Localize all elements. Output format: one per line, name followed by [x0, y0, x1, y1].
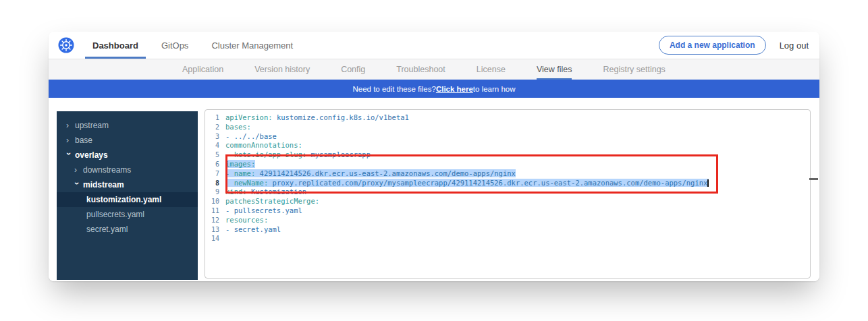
- page: DashboardGitOpsCluster Management Add a …: [0, 0, 868, 321]
- tree-folder-overlays[interactable]: ›overlays: [57, 148, 198, 163]
- yaml-text: [225, 150, 234, 158]
- line-content: kots.io/app-slug: mysampleecrapp: [225, 150, 810, 160]
- line-number: 4: [205, 141, 225, 150]
- code-line-7[interactable]: 7- name: 429114214526.dkr.ecr.us-east-2.…: [205, 169, 810, 179]
- line-number: 11: [205, 206, 225, 216]
- app-tab-license[interactable]: License: [477, 59, 506, 80]
- code-line-1[interactable]: 1apiVersion: kustomize.config.k8s.io/v1b…: [205, 113, 810, 123]
- tree-item-label: base: [75, 136, 92, 145]
- app-tab-config[interactable]: Config: [341, 59, 365, 80]
- code-line-13[interactable]: 13- secret.yaml: [205, 225, 810, 235]
- app-tab-version-history[interactable]: Version history: [254, 59, 310, 80]
- app-tab-application[interactable]: Application: [182, 59, 223, 80]
- tree-item-label: downstreams: [83, 165, 131, 175]
- line-number: 12: [205, 216, 225, 225]
- tree-folder-downstreams[interactable]: ›downstreams: [57, 163, 198, 177]
- code-line-11[interactable]: 11- pullsecrets.yaml: [205, 206, 810, 216]
- yaml-value: proxy.replicated.com/proxy/mysampleecrap…: [273, 179, 708, 187]
- scrollbar-thumb[interactable]: [809, 178, 818, 180]
- banner-text-prefix: Need to edit these files?: [352, 85, 435, 93]
- top-navbar: DashboardGitOpsCluster Management Add a …: [49, 32, 819, 59]
- yaml-value: - ../../base: [225, 132, 277, 140]
- nav-tab-cluster-management[interactable]: Cluster Management: [200, 32, 304, 59]
- line-number: 13: [205, 225, 225, 235]
- nav-tab-gitops[interactable]: GitOps: [150, 32, 200, 59]
- app-tab-registry-settings[interactable]: Registry settings: [603, 59, 665, 80]
- tree-folder-upstream[interactable]: ›upstream: [57, 118, 198, 133]
- tree-item-label: secret.yaml: [86, 225, 128, 234]
- code-line-9[interactable]: 9kind: Kustomization: [205, 187, 810, 197]
- kubernetes-logo: [49, 32, 81, 59]
- chevron-down-icon: ›: [64, 152, 74, 159]
- yaml-key: kots.io/app-slug:: [234, 150, 306, 158]
- line-content: apiVersion: kustomize.config.k8s.io/v1be…: [225, 113, 810, 123]
- admin-console-window: DashboardGitOpsCluster Management Add a …: [49, 32, 819, 281]
- line-number: 9: [205, 187, 225, 197]
- line-content: - ../../base: [225, 132, 810, 142]
- line-number: 6: [205, 160, 225, 169]
- main-nav-tabs: DashboardGitOpsCluster Management: [81, 32, 304, 59]
- line-content: - secret.yaml: [225, 225, 810, 235]
- line-content: images:: [225, 160, 810, 169]
- tree-file-secret-yaml[interactable]: secret.yaml: [57, 222, 198, 237]
- line-content: - pullsecrets.yaml: [225, 206, 810, 216]
- chevron-right-icon: ›: [74, 165, 81, 175]
- line-number: 3: [205, 132, 225, 142]
- add-application-button[interactable]: Add a new application: [659, 36, 766, 55]
- yaml-editor[interactable]: 1apiVersion: kustomize.config.k8s.io/v1b…: [205, 109, 811, 279]
- yaml-value: -: [225, 169, 234, 177]
- yaml-key: bases:: [225, 123, 251, 131]
- yaml-key: resources:: [225, 216, 268, 224]
- code-line-3[interactable]: 3- ../../base: [205, 132, 810, 142]
- text-cursor: [707, 179, 709, 187]
- banner-click-here-link[interactable]: Click here: [436, 85, 473, 93]
- tree-item-label: upstream: [75, 121, 109, 130]
- tree-file-pullsecrets-yaml[interactable]: pullsecrets.yaml: [57, 207, 198, 222]
- yaml-value: Kustomization: [251, 187, 306, 196]
- code-line-2[interactable]: 2bases:: [205, 123, 810, 132]
- code-line-8[interactable]: 8 newName: proxy.replicated.com/proxy/my…: [205, 179, 810, 188]
- line-content: patchesStrategicMerge:: [225, 197, 810, 206]
- yaml-key: newName:: [234, 179, 269, 187]
- code-line-6[interactable]: 6images:: [205, 160, 810, 169]
- code-line-5[interactable]: 5 kots.io/app-slug: mysampleecrapp: [205, 150, 810, 160]
- view-files-content: ›upstream›base›overlays›downstreams›mids…: [49, 98, 819, 281]
- tree-file-kustomization-yaml[interactable]: kustomization.yaml: [57, 192, 198, 207]
- code-line-12[interactable]: 12resources:: [205, 216, 810, 225]
- tree-folder-midstream[interactable]: ›midstream: [57, 177, 198, 192]
- app-tab-view-files[interactable]: View files: [537, 59, 572, 80]
- line-content: [225, 234, 810, 243]
- edit-files-banner: Need to edit these files? Click here to …: [49, 80, 819, 98]
- nav-tab-dashboard[interactable]: Dashboard: [81, 32, 150, 59]
- chevron-right-icon: ›: [66, 121, 73, 130]
- logout-link[interactable]: Log out: [780, 40, 809, 51]
- chevron-right-icon: ›: [66, 136, 73, 145]
- yaml-key: commonAnnotations:: [225, 141, 302, 149]
- yaml-text: [225, 179, 234, 187]
- line-number: 14: [205, 234, 225, 243]
- yaml-key: images:: [225, 160, 255, 168]
- yaml-value: mysampleecrapp: [310, 150, 371, 158]
- code-line-10[interactable]: 10patchesStrategicMerge:: [205, 197, 810, 206]
- line-number: 8: [205, 179, 225, 188]
- line-content: bases:: [225, 123, 810, 132]
- yaml-value: kustomize.config.k8s.io/v1beta1: [277, 113, 409, 121]
- topnav-right: Add a new application Log out: [659, 32, 819, 59]
- line-content: newName: proxy.replicated.com/proxy/mysa…: [225, 179, 810, 188]
- yaml-value: 429114214526.dkr.ecr.us-east-2.amazonaws…: [260, 169, 516, 177]
- code-lines: 1apiVersion: kustomize.config.k8s.io/v1b…: [205, 113, 810, 243]
- yaml-value: - secret.yaml: [225, 225, 281, 233]
- file-tree-panel: ›upstream›base›overlays›downstreams›mids…: [57, 111, 198, 280]
- chevron-down-icon: ›: [72, 182, 82, 189]
- code-line-4[interactable]: 4commonAnnotations:: [205, 141, 810, 150]
- tree-item-label: kustomization.yaml: [86, 195, 161, 204]
- line-content: commonAnnotations:: [225, 141, 810, 150]
- line-content: - name: 429114214526.dkr.ecr.us-east-2.a…: [225, 169, 810, 179]
- code-line-14[interactable]: 14: [205, 234, 810, 243]
- line-number: 10: [205, 197, 225, 206]
- tree-folder-base[interactable]: ›base: [57, 133, 198, 148]
- app-tab-troubleshoot[interactable]: Troubleshoot: [396, 59, 445, 80]
- tree-item-label: midstream: [83, 180, 124, 189]
- app-subnav-tabs: ApplicationVersion historyConfigTroubles…: [49, 59, 819, 80]
- yaml-key: kind:: [225, 187, 247, 196]
